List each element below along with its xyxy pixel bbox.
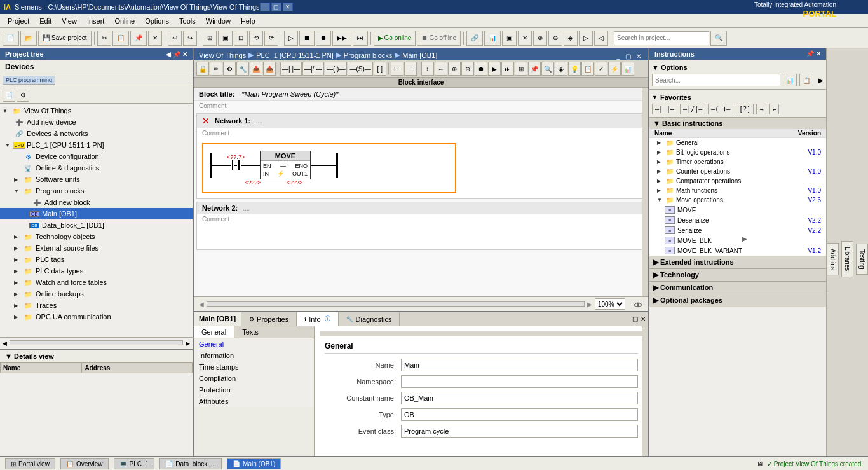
ed-open-branch[interactable]: ⊢: [391, 62, 403, 76]
section-technology-header[interactable]: ▶ Technology: [649, 269, 826, 281]
instr-move[interactable]: ≡ MOVE: [649, 205, 826, 215]
instr-move-ops[interactable]: ▼ 📁 Move operations V2.6: [649, 195, 826, 205]
breadcrumb-item3[interactable]: Program blocks: [344, 52, 392, 59]
zoom-select[interactable]: 100% 75% 50% 150%: [595, 298, 625, 310]
tree-online-diag[interactable]: 📡 Online & diagnostics: [0, 162, 193, 174]
redo-button[interactable]: ↪: [183, 31, 197, 46]
ed-btn-extra11[interactable]: ◈: [555, 62, 567, 76]
sidebar-information[interactable]: Information: [194, 350, 314, 361]
tree-opc-ua[interactable]: ▶ 📁 OPC UA communication: [0, 311, 193, 322]
instr-btn1[interactable]: 📊: [783, 74, 797, 86]
tree-scrollbar-h[interactable]: [10, 340, 183, 345]
tree-main-ob1[interactable]: OB Main [OB1]: [0, 208, 193, 219]
tb-btn12[interactable]: 📊: [484, 31, 501, 46]
program-area[interactable]: Block title: *Main Program Sweep (Cycle)…: [194, 88, 648, 296]
statusbar-datablock[interactable]: 📄 Data_block_...: [159, 458, 222, 469]
restore-button[interactable]: ▢: [271, 3, 281, 11]
go-online-button[interactable]: ▶ Go online: [374, 31, 416, 46]
tree-data-block1[interactable]: DB Data_block_1 [DB1]: [0, 219, 193, 231]
form-namespace-input[interactable]: [401, 375, 638, 388]
tab2-texts[interactable]: Texts: [234, 326, 266, 338]
copy-button[interactable]: 📋: [112, 31, 129, 46]
instr-move-blk[interactable]: ≡ MOVE_BLK: [649, 235, 826, 245]
fav-box[interactable]: [?]: [736, 104, 754, 114]
tree-new-btn[interactable]: 📄: [3, 88, 15, 102]
ed-btn-extra4[interactable]: ⊖: [461, 62, 474, 76]
tab-addins[interactable]: Add-ins: [827, 243, 839, 276]
form-name-input[interactable]: [401, 359, 638, 371]
tab-properties[interactable]: ⚙ Properties: [241, 312, 297, 326]
ed-contact-nc[interactable]: —|/|—: [302, 62, 324, 76]
section-extended-header[interactable]: ▶ Extended instructions: [649, 256, 826, 268]
network-1-selected[interactable]: <??.?> x: [202, 143, 456, 193]
fav-coil[interactable]: —( )—: [708, 104, 733, 114]
instr-expand-btn[interactable]: ▶: [818, 77, 824, 84]
instr-comparator[interactable]: ▶ 📁 Comparator operations: [649, 176, 826, 186]
zoom-scroll-right[interactable]: ▶: [587, 301, 592, 308]
tb-btn13[interactable]: ▣: [502, 31, 517, 46]
tree-watch-force[interactable]: ▶ 📁 Watch and force tables: [0, 277, 193, 288]
ed-btn-extra1[interactable]: ↕: [421, 62, 434, 76]
bottom-restore[interactable]: ▢: [632, 315, 638, 322]
new-button[interactable]: 📄: [3, 31, 19, 46]
close-button[interactable]: ✕: [283, 3, 293, 11]
tree-pin-button[interactable]: 📌: [173, 51, 180, 58]
sidebar-timestamps[interactable]: Time stamps: [194, 361, 314, 373]
editor-minimize[interactable]: _: [614, 52, 622, 60]
cut-button[interactable]: ✂: [97, 31, 111, 46]
fav-right[interactable]: →: [756, 104, 766, 114]
tb-btn11[interactable]: 🔗: [466, 31, 483, 46]
editor-close[interactable]: ✕: [634, 52, 643, 60]
tree-device-config[interactable]: ⚙ Device configuration: [0, 151, 193, 162]
devices-tab[interactable]: Devices: [0, 60, 193, 74]
tab-libraries[interactable]: Libraries: [841, 241, 853, 277]
ed-btn-extra8[interactable]: ⊞: [515, 62, 527, 76]
tab-testing[interactable]: Testing: [856, 244, 868, 275]
ed-btn-extra15[interactable]: ⚡: [608, 62, 621, 76]
tree-tech-objects[interactable]: ▶ 📁 Technology objects: [0, 231, 193, 242]
tree-collapse-button[interactable]: ◀: [166, 51, 171, 58]
ed-btn-extra3[interactable]: ⊕: [448, 62, 461, 76]
menu-window[interactable]: Window: [201, 16, 236, 26]
zoom-scrollbar[interactable]: [207, 301, 585, 307]
ed-btn4[interactable]: 🔧: [236, 62, 249, 76]
tree-plc-datatypes[interactable]: ▶ 📁 PLC data types: [0, 265, 193, 277]
statusbar-plc1[interactable]: 💻 PLC_1: [114, 458, 155, 469]
sidebar-compilation[interactable]: Compilation: [194, 373, 314, 384]
network-2-content[interactable]: [197, 224, 645, 249]
tree-add-device[interactable]: ➕ Add new device: [0, 116, 193, 128]
save-button[interactable]: 💾 Save project: [38, 31, 92, 46]
tb-btn4[interactable]: ⟲: [249, 31, 263, 46]
instr-close[interactable]: ✕: [816, 50, 821, 58]
ed-box[interactable]: [ ]: [374, 62, 386, 76]
ed-contact-no[interactable]: —| |—: [280, 62, 302, 76]
paste-button[interactable]: 📌: [130, 31, 147, 46]
tree-root[interactable]: ▼ 📁 View Of Things: [0, 105, 193, 116]
ed-btn3[interactable]: ⚙: [223, 62, 236, 76]
ed-btn-extra9[interactable]: 📌: [528, 62, 541, 76]
tree-traces[interactable]: ▶ 📁 Traces: [0, 300, 193, 311]
favorites-toggle[interactable]: ▼: [652, 94, 658, 100]
ed-btn5[interactable]: 📤: [250, 62, 262, 76]
menu-edit[interactable]: Edit: [34, 16, 57, 26]
ed-btn-extra6[interactable]: ▶: [488, 62, 501, 76]
tb-btn7[interactable]: ⏹: [299, 31, 315, 46]
tree-prop-btn[interactable]: ⚙: [17, 88, 29, 102]
tb-btn18[interactable]: ▷: [579, 31, 593, 46]
sidebar-general[interactable]: General: [194, 338, 314, 350]
tb-btn14[interactable]: ✕: [518, 31, 532, 46]
fav-contact-no[interactable]: —| |—: [652, 104, 677, 114]
program-area-scrollbar-v[interactable]: [642, 88, 648, 296]
tree-ext-sources[interactable]: ▶ 📁 External source files: [0, 242, 193, 254]
form-type-input[interactable]: [401, 408, 638, 421]
ed-btn-extra16[interactable]: 📊: [621, 62, 634, 76]
tb-btn3[interactable]: ⊡: [234, 31, 248, 46]
search-button[interactable]: 🔍: [710, 31, 727, 46]
ed-btn-extra2[interactable]: ↔: [435, 62, 447, 76]
instr-deserialize[interactable]: ≡ Deserialize V2.2: [649, 215, 826, 225]
ed-btn-extra13[interactable]: 📋: [581, 62, 594, 76]
bottom-scrollbar-v[interactable]: [642, 326, 648, 470]
bottom-close[interactable]: ✕: [641, 315, 646, 322]
menu-help[interactable]: Help: [236, 16, 261, 26]
ed-btn2[interactable]: ✏: [210, 62, 222, 76]
